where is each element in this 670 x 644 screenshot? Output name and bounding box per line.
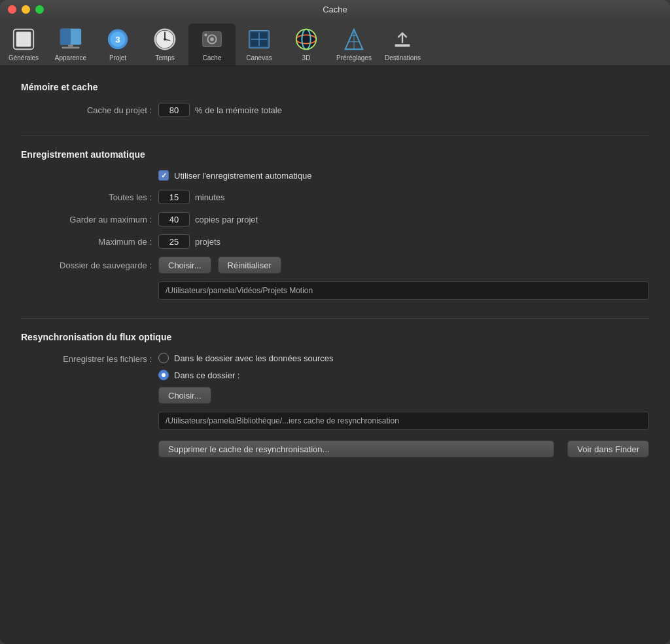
3d-icon xyxy=(293,26,319,52)
maximum-label: Maximum de : xyxy=(21,237,152,247)
temps-label: Temps xyxy=(155,54,174,62)
auto-save-checkbox[interactable] xyxy=(158,170,169,181)
choisir-resync-button[interactable]: Choisir... xyxy=(158,387,211,404)
window: Cache Générales Appare xyxy=(0,0,670,644)
svg-point-13 xyxy=(164,38,166,41)
radio-dossier[interactable] xyxy=(158,370,169,380)
radio-sources-label: Dans le dossier avec les données sources xyxy=(174,353,334,363)
destinations-icon xyxy=(389,26,415,52)
toolbar-item-prereglages[interactable]: Préréglages xyxy=(330,24,378,65)
garder-input[interactable] xyxy=(158,212,190,226)
toutes-les-unit: minutes xyxy=(195,192,225,202)
canevas-icon xyxy=(246,26,272,52)
dossier-label: Dossier de sauvegarde : xyxy=(21,260,152,270)
generales-label: Générales xyxy=(9,54,39,62)
enregistrement-title: Enregistrement automatique xyxy=(21,149,649,160)
toolbar-item-projet[interactable]: 3 Projet xyxy=(94,24,141,65)
save-path-display: /Utilisateurs/pamela/Vidéos/Projets Moti… xyxy=(158,281,649,300)
svg-rect-4 xyxy=(62,46,80,48)
radio-sources[interactable] xyxy=(158,353,169,363)
resync-path-display: /Utilisateurs/pamela/Bibliothèque/...ier… xyxy=(158,412,649,430)
toolbar-item-generales[interactable]: Générales xyxy=(0,24,47,65)
resync-title: Resynchronisation du flux optique xyxy=(21,332,649,342)
svg-point-16 xyxy=(210,37,214,41)
temps-icon xyxy=(152,26,178,52)
memoire-title: Mémoire et cache xyxy=(21,82,649,92)
divider-2 xyxy=(21,318,649,319)
destinations-label: Destinations xyxy=(385,54,421,62)
projet-icon: 3 xyxy=(105,26,131,52)
maximum-unit: projets xyxy=(195,237,220,247)
maximum-input[interactable] xyxy=(158,234,190,249)
garder-label: Garder au maximum : xyxy=(21,215,152,224)
prereglages-label: Préréglages xyxy=(336,54,372,62)
close-button[interactable] xyxy=(8,5,16,14)
section-memoire: Mémoire et cache Cache du projet : % de … xyxy=(21,82,649,117)
choisir-button[interactable]: Choisir... xyxy=(158,257,211,274)
cache-label: Cache xyxy=(203,54,222,62)
content-area: Mémoire et cache Cache du projet : % de … xyxy=(0,66,670,644)
section-enregistrement: Enregistrement automatique Utiliser l'en… xyxy=(21,149,649,300)
generales-icon xyxy=(10,26,37,52)
radio-dossier-label: Dans ce dossier : xyxy=(174,370,239,380)
cache-projet-row: Cache du projet : % de la mémoire totale xyxy=(21,103,649,117)
toolbar-item-destinations[interactable]: Destinations xyxy=(378,24,427,65)
enregistrer-label: Enregistrer les fichiers : xyxy=(21,353,152,364)
auto-save-label: Utiliser l'enregistrement automatique xyxy=(174,171,312,181)
toutes-les-row: Toutes les : minutes xyxy=(21,190,649,204)
cache-projet-input[interactable] xyxy=(158,103,190,117)
resync-buttons-row: Supprimer le cache de resynchronisation.… xyxy=(158,440,649,457)
svg-rect-32 xyxy=(395,45,410,47)
dossier-row: Dossier de sauvegarde : Choisir... Réini… xyxy=(21,257,649,274)
svg-rect-1 xyxy=(16,32,31,47)
cache-projet-label: Cache du projet : xyxy=(21,105,152,115)
section-resync: Resynchronisation du flux optique Enregi… xyxy=(21,332,649,457)
cache-projet-unit: % de la mémoire totale xyxy=(195,105,282,115)
svg-rect-3 xyxy=(60,29,71,45)
titlebar: Cache xyxy=(0,0,670,18)
toolbar-item-canevas[interactable]: Canevas xyxy=(236,24,283,65)
svg-rect-17 xyxy=(205,33,207,36)
cache-icon xyxy=(199,26,225,52)
apparence-label: Apparence xyxy=(55,54,86,62)
divider-1 xyxy=(21,135,649,136)
canevas-label: Canevas xyxy=(246,54,272,62)
svg-text:3: 3 xyxy=(115,35,120,45)
maximize-button[interactable] xyxy=(35,5,44,14)
checkbox-row: Utiliser l'enregistrement automatique xyxy=(158,170,649,181)
radio-group: Dans le dossier avec les données sources… xyxy=(158,353,334,404)
supprimer-button[interactable]: Supprimer le cache de resynchronisation.… xyxy=(158,440,554,457)
radio-row-2: Dans ce dossier : xyxy=(158,370,334,380)
radio-row-1: Dans le dossier avec les données sources xyxy=(158,353,334,363)
window-title: Cache xyxy=(323,5,347,14)
garder-unit: copies par projet xyxy=(195,215,258,224)
enregistrer-row: Enregistrer les fichiers : Dans le dossi… xyxy=(21,353,649,404)
toutes-les-input[interactable] xyxy=(158,190,190,204)
toolbar-item-apparence[interactable]: Apparence xyxy=(47,24,94,65)
minimize-button[interactable] xyxy=(22,5,30,14)
maximum-row: Maximum de : projets xyxy=(21,234,649,249)
titlebar-buttons xyxy=(8,5,44,14)
prereglages-icon xyxy=(341,26,367,52)
toolbar-item-3d[interactable]: 3D xyxy=(283,24,330,65)
finder-button[interactable]: Voir dans Finder xyxy=(567,440,649,457)
toolbar: Générales Apparence 3 xyxy=(0,18,670,66)
toolbar-item-cache[interactable]: Cache xyxy=(188,24,236,65)
reinitialiser-button[interactable]: Réinitialiser xyxy=(218,257,281,274)
toutes-les-label: Toutes les : xyxy=(21,192,152,202)
projet-label: Projet xyxy=(109,54,126,62)
garder-row: Garder au maximum : copies par projet xyxy=(21,212,649,226)
apparence-icon xyxy=(58,26,84,52)
3d-label: 3D xyxy=(302,54,311,62)
svg-rect-5 xyxy=(68,45,73,47)
toolbar-item-temps[interactable]: Temps xyxy=(141,24,188,65)
